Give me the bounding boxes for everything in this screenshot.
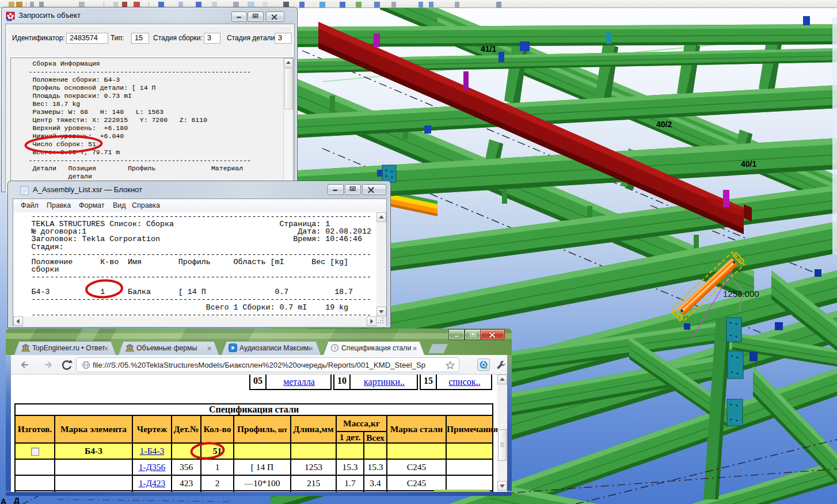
svg-text:А: А: [1, 497, 6, 504]
svg-text:40/2: 40/2: [656, 120, 672, 129]
svg-text:1253.000: 1253.000: [723, 289, 759, 299]
svg-text:41/1: 41/1: [481, 44, 496, 54]
svg-text:40/1: 40/1: [741, 159, 756, 169]
svg-text:Д: Д: [14, 496, 20, 504]
